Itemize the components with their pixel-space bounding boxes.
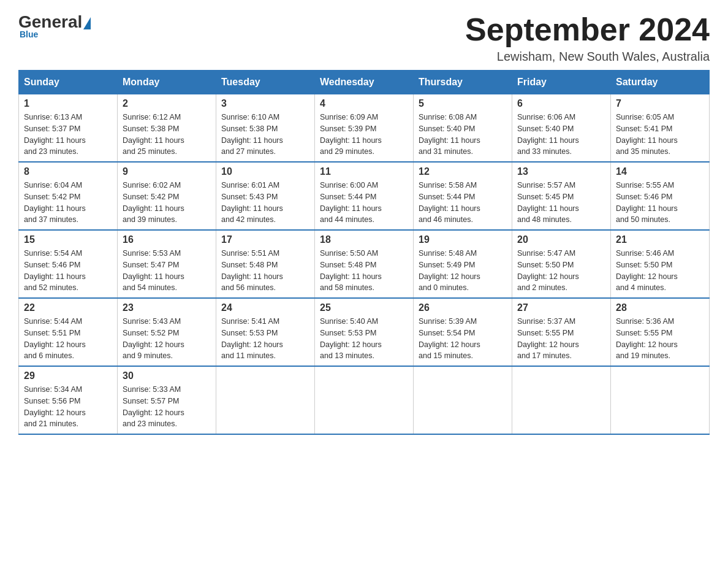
day-number-8: 8 [24,166,112,177]
day-info-7: Sunrise: 6:05 AM Sunset: 5:41 PM Dayligh… [616,112,704,158]
day-number-30: 30 [123,370,211,381]
day-cell-6: 6 Sunrise: 6:06 AM Sunset: 5:40 PM Dayli… [512,94,611,163]
logo-triangle-icon [83,17,91,29]
day-cell-14: 14 Sunrise: 5:55 AM Sunset: 5:46 PM Dayl… [611,162,710,230]
day-info-2: Sunrise: 6:12 AM Sunset: 5:38 PM Dayligh… [123,112,211,158]
day-cell-16: 16 Sunrise: 5:53 AM Sunset: 5:47 PM Dayl… [118,230,216,298]
day-info-3: Sunrise: 6:10 AM Sunset: 5:38 PM Dayligh… [221,112,309,158]
day-cell-21: 21 Sunrise: 5:46 AM Sunset: 5:50 PM Dayl… [611,230,710,298]
day-cell-12: 12 Sunrise: 5:58 AM Sunset: 5:44 PM Dayl… [414,162,512,230]
day-number-27: 27 [517,302,605,313]
day-number-21: 21 [616,234,704,245]
day-cell-3: 3 Sunrise: 6:10 AM Sunset: 5:38 PM Dayli… [216,94,315,163]
week-row-4: 22 Sunrise: 5:44 AM Sunset: 5:51 PM Dayl… [19,298,710,366]
day-number-19: 19 [419,234,507,245]
day-cell-5: 5 Sunrise: 6:08 AM Sunset: 5:40 PM Dayli… [414,94,512,163]
day-info-16: Sunrise: 5:53 AM Sunset: 5:47 PM Dayligh… [123,248,211,294]
empty-cell-5 [611,366,710,434]
location: Lewisham, New South Wales, Australia [465,50,710,64]
title-section: September 2024 Lewisham, New South Wales… [465,12,710,64]
header-wednesday: Wednesday [315,71,414,94]
day-info-12: Sunrise: 5:58 AM Sunset: 5:44 PM Dayligh… [419,180,507,226]
day-info-14: Sunrise: 5:55 AM Sunset: 5:46 PM Dayligh… [616,180,704,226]
day-info-13: Sunrise: 5:57 AM Sunset: 5:45 PM Dayligh… [517,180,605,226]
day-cell-10: 10 Sunrise: 6:01 AM Sunset: 5:43 PM Dayl… [216,162,315,230]
day-cell-2: 2 Sunrise: 6:12 AM Sunset: 5:38 PM Dayli… [118,94,216,163]
day-number-11: 11 [320,166,408,177]
day-number-26: 26 [419,302,507,313]
day-cell-20: 20 Sunrise: 5:47 AM Sunset: 5:50 PM Dayl… [512,230,611,298]
day-cell-25: 25 Sunrise: 5:40 AM Sunset: 5:53 PM Dayl… [315,298,414,366]
day-info-29: Sunrise: 5:34 AM Sunset: 5:56 PM Dayligh… [24,384,112,430]
day-info-8: Sunrise: 6:04 AM Sunset: 5:42 PM Dayligh… [24,180,112,226]
header-saturday: Saturday [611,71,710,94]
month-title: September 2024 [465,12,710,47]
week-row-2: 8 Sunrise: 6:04 AM Sunset: 5:42 PM Dayli… [19,162,710,230]
day-info-21: Sunrise: 5:46 AM Sunset: 5:50 PM Dayligh… [616,248,704,294]
calendar-table: Sunday Monday Tuesday Wednesday Thursday… [18,70,710,435]
empty-cell-2 [315,366,414,434]
day-cell-18: 18 Sunrise: 5:50 AM Sunset: 5:48 PM Dayl… [315,230,414,298]
header-sunday: Sunday [19,71,118,94]
day-info-10: Sunrise: 6:01 AM Sunset: 5:43 PM Dayligh… [221,180,309,226]
day-info-17: Sunrise: 5:51 AM Sunset: 5:48 PM Dayligh… [221,248,309,294]
day-info-20: Sunrise: 5:47 AM Sunset: 5:50 PM Dayligh… [517,248,605,294]
week-row-5: 29 Sunrise: 5:34 AM Sunset: 5:56 PM Dayl… [19,366,710,434]
day-cell-8: 8 Sunrise: 6:04 AM Sunset: 5:42 PM Dayli… [19,162,118,230]
day-cell-23: 23 Sunrise: 5:43 AM Sunset: 5:52 PM Dayl… [118,298,216,366]
day-info-26: Sunrise: 5:39 AM Sunset: 5:54 PM Dayligh… [419,316,507,362]
day-number-9: 9 [123,166,211,177]
day-info-11: Sunrise: 6:00 AM Sunset: 5:44 PM Dayligh… [320,180,408,226]
day-info-28: Sunrise: 5:36 AM Sunset: 5:55 PM Dayligh… [616,316,704,362]
day-cell-13: 13 Sunrise: 5:57 AM Sunset: 5:45 PM Dayl… [512,162,611,230]
day-number-15: 15 [24,234,112,245]
day-number-1: 1 [24,98,112,109]
day-number-28: 28 [616,302,704,313]
day-number-29: 29 [24,370,112,381]
day-info-4: Sunrise: 6:09 AM Sunset: 5:39 PM Dayligh… [320,112,408,158]
day-number-13: 13 [517,166,605,177]
day-cell-22: 22 Sunrise: 5:44 AM Sunset: 5:51 PM Dayl… [19,298,118,366]
day-number-4: 4 [320,98,408,109]
empty-cell-3 [414,366,512,434]
day-number-7: 7 [616,98,704,109]
day-info-30: Sunrise: 5:33 AM Sunset: 5:57 PM Dayligh… [123,384,211,430]
day-number-12: 12 [419,166,507,177]
day-number-22: 22 [24,302,112,313]
day-info-9: Sunrise: 6:02 AM Sunset: 5:42 PM Dayligh… [123,180,211,226]
day-number-10: 10 [221,166,309,177]
day-number-3: 3 [221,98,309,109]
day-cell-28: 28 Sunrise: 5:36 AM Sunset: 5:55 PM Dayl… [611,298,710,366]
day-cell-7: 7 Sunrise: 6:05 AM Sunset: 5:41 PM Dayli… [611,94,710,163]
day-info-15: Sunrise: 5:54 AM Sunset: 5:46 PM Dayligh… [24,248,112,294]
day-info-1: Sunrise: 6:13 AM Sunset: 5:37 PM Dayligh… [24,112,112,158]
day-info-19: Sunrise: 5:48 AM Sunset: 5:49 PM Dayligh… [419,248,507,294]
day-number-24: 24 [221,302,309,313]
week-row-1: 1 Sunrise: 6:13 AM Sunset: 5:37 PM Dayli… [19,94,710,163]
header-thursday: Thursday [414,71,512,94]
day-number-18: 18 [320,234,408,245]
day-info-23: Sunrise: 5:43 AM Sunset: 5:52 PM Dayligh… [123,316,211,362]
day-cell-30: 30 Sunrise: 5:33 AM Sunset: 5:57 PM Dayl… [118,366,216,434]
day-info-5: Sunrise: 6:08 AM Sunset: 5:40 PM Dayligh… [419,112,507,158]
day-cell-9: 9 Sunrise: 6:02 AM Sunset: 5:42 PM Dayli… [118,162,216,230]
day-cell-4: 4 Sunrise: 6:09 AM Sunset: 5:39 PM Dayli… [315,94,414,163]
day-info-18: Sunrise: 5:50 AM Sunset: 5:48 PM Dayligh… [320,248,408,294]
day-cell-11: 11 Sunrise: 6:00 AM Sunset: 5:44 PM Dayl… [315,162,414,230]
page-header: General Blue September 2024 Lewisham, Ne… [18,12,710,64]
day-info-22: Sunrise: 5:44 AM Sunset: 5:51 PM Dayligh… [24,316,112,362]
day-number-20: 20 [517,234,605,245]
day-number-17: 17 [221,234,309,245]
day-number-16: 16 [123,234,211,245]
day-cell-27: 27 Sunrise: 5:37 AM Sunset: 5:55 PM Dayl… [512,298,611,366]
empty-cell-1 [216,366,315,434]
day-cell-29: 29 Sunrise: 5:34 AM Sunset: 5:56 PM Dayl… [19,366,118,434]
logo-blue-text: Blue [18,29,38,39]
day-cell-24: 24 Sunrise: 5:41 AM Sunset: 5:53 PM Dayl… [216,298,315,366]
empty-cell-4 [512,366,611,434]
week-row-3: 15 Sunrise: 5:54 AM Sunset: 5:46 PM Dayl… [19,230,710,298]
day-number-5: 5 [419,98,507,109]
day-cell-26: 26 Sunrise: 5:39 AM Sunset: 5:54 PM Dayl… [414,298,512,366]
day-cell-15: 15 Sunrise: 5:54 AM Sunset: 5:46 PM Dayl… [19,230,118,298]
logo: General Blue [18,12,91,39]
